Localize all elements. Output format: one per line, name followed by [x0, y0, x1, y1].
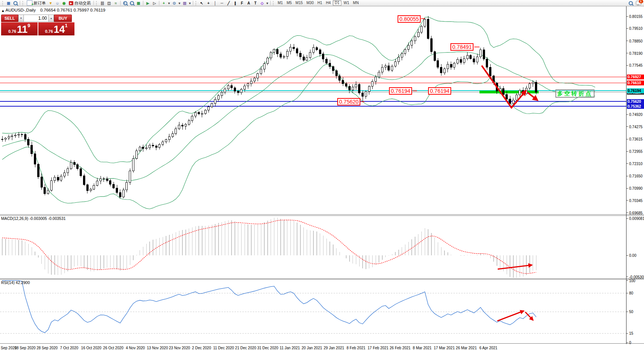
buy-price-prefix: 0.76	[45, 29, 53, 34]
price-annotation-box[interactable]: 0.80055	[398, 15, 421, 23]
rsi-axis-label: 50	[629, 310, 633, 314]
bar-chart-icon[interactable]: |||	[99, 1, 105, 6]
one-click-trading-panel: SELL ▾ ▴ BUY 0.76 11 9 0.76 14 1	[1, 15, 74, 35]
volume-decrease-button[interactable]: ▾	[18, 15, 24, 22]
chart-canvas[interactable]	[0, 6, 644, 344]
timeframe-button-m15[interactable]: M15	[294, 0, 304, 6]
date-axis-label: 8 Feb 2021	[347, 346, 366, 350]
line-chart-icon[interactable]: ≈	[113, 1, 119, 6]
price-tag: 0.75620	[627, 99, 644, 104]
text-icon[interactable]: A	[246, 1, 252, 6]
date-axis-label: 26 Oct 2020	[103, 346, 123, 350]
timeframe-button-m5[interactable]: M5	[285, 0, 293, 6]
toolbar-separator	[193, 1, 193, 5]
volume-increase-button[interactable]: ▴	[48, 15, 54, 22]
price-annotation-box[interactable]: 0.75620	[337, 98, 360, 105]
timeframe-button-d1[interactable]: D1	[333, 0, 341, 6]
timeframe-button-mn[interactable]: MN	[351, 0, 360, 6]
toolbar-separator	[270, 1, 271, 5]
timeframe-button-h1[interactable]: H1	[316, 0, 324, 6]
arrows-dropdown-arrow[interactable]: ▾	[266, 1, 269, 6]
periods-dropdown-arrow[interactable]: ▾	[178, 1, 181, 6]
auto-scroll-icon[interactable]: ▶	[145, 1, 151, 6]
chat-bubble-icon: 1	[636, 1, 641, 5]
templates-dropdown[interactable]: ▧	[182, 1, 188, 6]
data-window-icon[interactable]	[12, 1, 18, 6]
rsi-axis-label: 0	[629, 341, 631, 345]
date-axis-label: 31 Dec 2020	[257, 346, 278, 350]
date-axis-label: 29 Jan 2021	[324, 346, 344, 350]
date-axis-label: 2 Dec 2020	[192, 346, 211, 350]
sell-price-prefix: 0.76	[8, 29, 16, 34]
new-order-button[interactable]: +新订单	[26, 0, 47, 6]
buy-price-sup: 1	[65, 23, 67, 28]
trendline-icon[interactable]: ╱	[226, 1, 232, 6]
timeframe-button-h4[interactable]: H4	[325, 0, 332, 6]
price-tag: 0.76194	[627, 88, 644, 93]
toolbar-grip	[96, 1, 98, 5]
trade-buttons-row: SELL ▾ ▴ BUY	[1, 15, 74, 22]
zoom-out-icon[interactable]: -	[129, 1, 135, 6]
zoom-in-icon[interactable]: +	[122, 1, 128, 6]
macd-axis-label: 0.00	[629, 253, 636, 258]
rsi-pane	[0, 281, 626, 334]
cursor-icon[interactable]: ↖	[199, 1, 205, 6]
date-axis-label: 11 Dec 2020	[213, 346, 234, 350]
price-axis-label: 0.79510	[629, 26, 643, 31]
green-support-bar[interactable]	[479, 91, 539, 94]
timeframe-button-w1[interactable]: W1	[342, 0, 351, 6]
chat-icon[interactable]: 1	[634, 1, 643, 6]
profile-icon[interactable]: ▼	[48, 1, 54, 6]
horizontal-line-icon[interactable]: ─	[219, 1, 225, 6]
price-annotation-box[interactable]: 0.76194	[389, 87, 412, 95]
sell-price-panel[interactable]: 0.76 11 9	[1, 22, 38, 35]
price-axis-label: 0.73615	[629, 137, 643, 141]
contacts-icon[interactable]: ☺	[54, 1, 60, 6]
indicators-dropdown[interactable]: +	[161, 1, 167, 6]
timeframe-button-m1[interactable]: M1	[276, 0, 284, 6]
signal-icon[interactable]: ◉	[61, 1, 67, 6]
text-label-icon[interactable]: T	[252, 1, 258, 6]
date-axis-label: 23 Nov 2020	[169, 346, 190, 350]
candlestick-chart-icon[interactable]: ◫	[106, 1, 112, 6]
chart-symbol-period: AUDUSD-,Daily	[6, 8, 36, 13]
price-axis-label: 0.78190	[629, 51, 643, 56]
arrows-dropdown[interactable]: ◇	[259, 1, 265, 6]
crosshair-icon[interactable]: +	[205, 1, 211, 6]
price-axis-label: 0.72955	[629, 149, 643, 154]
turning-point-annotation[interactable]: 多空转折点	[555, 89, 594, 98]
price-annotation-box[interactable]: 0.78491	[450, 43, 474, 51]
periods-dropdown[interactable]: ⊙	[171, 1, 177, 6]
toolbar-separator	[20, 1, 20, 5]
price-axis-label: 0.69685	[629, 211, 643, 215]
date-axis-label: 18 Sep 2020	[15, 346, 36, 350]
search-icon[interactable]	[628, 1, 634, 6]
chart-window-icon[interactable]: ▦	[6, 1, 12, 6]
price-tag: 0.76927	[627, 75, 644, 79]
bollinger-bands	[2, 17, 595, 209]
date-axis-label: 20 Jan 2021	[302, 346, 322, 350]
new-order-icon: +	[27, 0, 32, 6]
price-axis-label: 0.74920	[629, 113, 643, 117]
tile-windows-icon[interactable]: ▦	[136, 1, 141, 6]
chart-title: ▴ AUDUSD-,Daily 0.76654 0.76761 0.75997 …	[2, 8, 105, 13]
volume-input[interactable]	[24, 15, 48, 22]
drawn-arrows-layer[interactable]	[361, 19, 538, 321]
templates-dropdown-arrow[interactable]: ▾	[188, 1, 191, 6]
buy-button[interactable]: BUY	[54, 15, 72, 22]
timeframe-button-m30[interactable]: M30	[305, 0, 315, 6]
fibonacci-icon[interactable]: F	[239, 1, 245, 6]
autotrade-button[interactable]: ▶自动交易	[68, 0, 92, 6]
vertical-line-icon[interactable]: │	[212, 1, 218, 6]
sell-button[interactable]: SELL	[1, 15, 18, 22]
price-axis-label: 0.70345	[629, 199, 643, 203]
buy-price-panel[interactable]: 0.76 14 1	[38, 22, 75, 35]
macd-arrow	[498, 265, 532, 269]
price-annotation-box[interactable]: 0.76194	[428, 87, 451, 95]
date-axis-label: 8 Mar 2021	[413, 346, 432, 350]
chart-shift-icon[interactable]: ▷	[152, 1, 157, 6]
equidistant-channel-icon[interactable]: ∥	[232, 1, 238, 6]
indicators-dropdown-arrow[interactable]: ▾	[168, 1, 170, 6]
axis-ticks	[3, 16, 628, 344]
date-axis-label: 21 Dec 2020	[235, 346, 256, 350]
